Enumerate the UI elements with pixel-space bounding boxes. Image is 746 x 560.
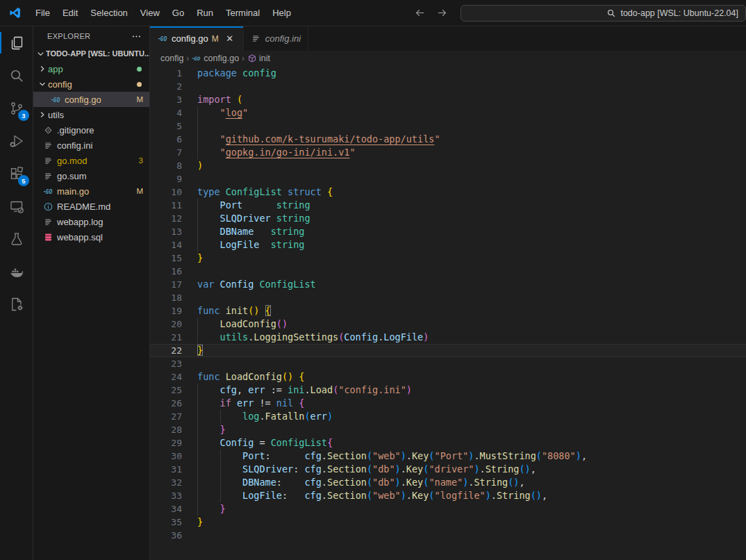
code-line[interactable]: 13 DBName string — [150, 225, 746, 238]
menu-item-file[interactable]: File — [29, 0, 56, 26]
activity-item-docker[interactable] — [0, 255, 33, 288]
tree-item-webapp-sql[interactable]: webapp.sql — [33, 229, 149, 245]
line-number: 20 — [150, 318, 182, 331]
tree-item-README-md[interactable]: README.md — [33, 199, 149, 214]
code-line[interactable]: 16 — [150, 265, 746, 278]
tree-item-main-go[interactable]: GOmain.goM — [33, 183, 149, 199]
line-number: 24 — [150, 370, 182, 384]
line-content — [197, 529, 746, 542]
line-content — [197, 357, 746, 370]
tab-config-go[interactable]: GOconfig.goM✕ — [150, 26, 244, 51]
tree-item-config-ini[interactable]: config.ini — [33, 138, 149, 153]
code-line[interactable]: 3import ( — [150, 93, 746, 106]
activity-item-make-tools[interactable] — [0, 288, 33, 320]
menu-item-edit[interactable]: Edit — [56, 0, 84, 26]
code-line[interactable]: 15} — [150, 252, 746, 265]
code-line[interactable]: 27 log.Fatalln(err) — [150, 410, 746, 423]
tree-item-utils[interactable]: utils — [33, 107, 149, 122]
nav-back-button[interactable] — [411, 4, 429, 22]
tree-item-go-sum[interactable]: go.sum — [33, 168, 149, 183]
activity-item-extensions[interactable]: 5 — [0, 157, 33, 190]
config-icon — [42, 170, 53, 181]
ellipsis-icon — [131, 31, 142, 42]
menu-bar: FileEditSelectionViewGoRunTerminalHelp — [29, 0, 297, 26]
breadcrumb-item-config[interactable]: config — [160, 53, 183, 63]
code-line[interactable]: 19func init() { — [150, 304, 746, 318]
code-line[interactable]: 8) — [150, 159, 746, 172]
code-line[interactable]: 23 — [150, 357, 746, 370]
code-line[interactable]: 9 — [150, 172, 746, 186]
workspace-section-header[interactable]: TODO-APP [WSL: UBUNTU... — [33, 46, 149, 61]
line-content: cfg, err := ini.Load("config.ini") — [197, 384, 746, 397]
menu-item-selection[interactable]: Selection — [84, 0, 133, 26]
line-content: log.Fatalln(err) — [197, 410, 746, 423]
code-line[interactable]: 17var Config ConfigList — [150, 278, 746, 291]
tree-item-app[interactable]: app — [33, 61, 149, 76]
go-icon: GO — [50, 94, 61, 105]
code-line[interactable]: 1package config — [150, 67, 746, 80]
code-line[interactable]: 20 LoadConfig() — [150, 318, 746, 331]
code-editor[interactable]: 1package config23import (4 "log"56 "gith… — [150, 65, 746, 560]
code-line[interactable]: 24func LoadConfig() { — [150, 370, 746, 384]
svg-text:GO: GO — [160, 36, 167, 42]
code-line[interactable]: 21 utils.LoggingSettings(Config.LogFile) — [150, 331, 746, 344]
tree-item--gitignore[interactable]: .gitignore — [33, 122, 149, 138]
code-line[interactable]: 11 Port string — [150, 199, 746, 212]
explorer-more-actions-button[interactable] — [130, 30, 142, 42]
activity-item-testing[interactable] — [0, 222, 33, 255]
code-line[interactable]: 32 DBName: cfg.Section("db").Key("name")… — [150, 476, 746, 489]
breadcrumb-item-config-go[interactable]: GOconfig.go — [192, 53, 239, 63]
line-number: 22 — [150, 344, 182, 357]
code-line[interactable]: 18 — [150, 291, 746, 304]
file-label: webapp.sql — [57, 232, 143, 242]
tree-item-config[interactable]: config — [33, 76, 149, 92]
line-number: 25 — [150, 384, 182, 397]
menu-item-run[interactable]: Run — [190, 0, 219, 26]
explorer-sidebar: EXPLORER TODO-APP [WSL: UBUNTU... appcon… — [33, 26, 150, 560]
code-line[interactable]: 10type ConfigList struct { — [150, 186, 746, 199]
line-content: LoadConfig() — [197, 318, 746, 331]
menu-item-go[interactable]: Go — [166, 0, 190, 26]
code-line[interactable]: 6 "github.com/k-tsurumaki/todo-app/utils… — [150, 133, 746, 146]
code-line[interactable]: 7 "gopkg.in/go-ini/ini.v1" — [150, 146, 746, 159]
code-line[interactable]: 35} — [150, 516, 746, 529]
code-line[interactable]: 33 LogFile: cfg.Section("web").Key("logf… — [150, 489, 746, 502]
code-line[interactable]: 12 SLQDriver string — [150, 212, 746, 225]
line-number: 5 — [150, 120, 182, 133]
code-line[interactable]: 4 "log" — [150, 106, 746, 120]
line-number: 36 — [150, 529, 182, 542]
activity-item-run-and-debug[interactable] — [0, 124, 33, 157]
code-line[interactable]: 31 SLQDriver: cfg.Section("db").Key("dri… — [150, 463, 746, 476]
code-line[interactable]: 2 — [150, 80, 746, 93]
line-number: 6 — [150, 133, 182, 146]
code-line[interactable]: 36 — [150, 529, 746, 542]
code-line[interactable]: 26 if err != nil { — [150, 397, 746, 410]
code-line[interactable]: 14 LogFile string — [150, 238, 746, 252]
tree-item-webapp-log[interactable]: webapp.log — [33, 214, 149, 229]
close-icon[interactable]: ✕ — [224, 33, 236, 45]
code-line[interactable]: 29 Config = ConfigList{ — [150, 436, 746, 450]
menu-item-terminal[interactable]: Terminal — [219, 0, 266, 26]
tree-item-go-mod[interactable]: go.mod3 — [33, 153, 149, 168]
activity-item-search[interactable] — [0, 59, 33, 92]
command-center-search[interactable]: todo-app [WSL: Ubuntu-22.04] — [461, 5, 746, 22]
activity-item-explorer[interactable] — [0, 26, 33, 59]
code-line[interactable]: 34 } — [150, 502, 746, 516]
code-line[interactable]: 28 } — [150, 423, 746, 436]
nav-forward-button[interactable] — [433, 4, 451, 22]
line-content: package config — [197, 67, 746, 80]
code-line[interactable]: 25 cfg, err := ini.Load("config.ini") — [150, 384, 746, 397]
menu-item-help[interactable]: Help — [266, 0, 297, 26]
line-number: 8 — [150, 159, 182, 172]
code-line[interactable]: 30 Port: cfg.Section("web").Key("Port").… — [150, 450, 746, 463]
code-line[interactable]: 5 — [150, 120, 746, 133]
code-line[interactable]: 22} — [150, 344, 746, 357]
activity-item-remote-explorer[interactable] — [0, 190, 33, 222]
menu-item-view[interactable]: View — [134, 0, 166, 26]
tab-config-ini[interactable]: config.ini — [244, 26, 308, 51]
line-content: DBName: cfg.Section("db").Key("name").St… — [197, 476, 746, 489]
breadcrumb-item-init[interactable]: init — [247, 53, 270, 63]
tree-item-config-go[interactable]: GOconfig.goM — [33, 92, 149, 107]
activity-item-source-control[interactable]: 3 — [0, 92, 33, 124]
line-number: 34 — [150, 502, 182, 516]
